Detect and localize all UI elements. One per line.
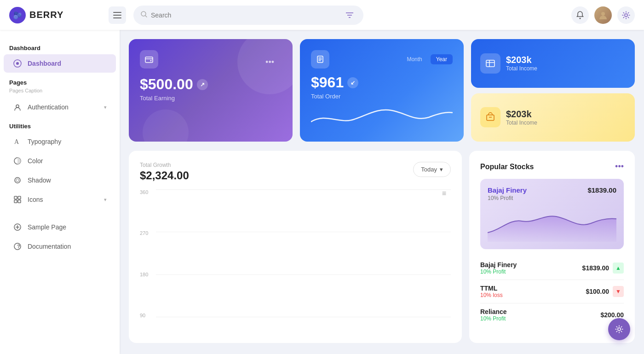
card-total-order: Month Year $961 ↙ Total Order [300,39,464,142]
earning-label: Total Earning [140,95,282,102]
sidebar-item-dashboard-label: Dashboard [28,60,61,67]
typography-icon: A [13,137,22,146]
stocks-title: Popular Stocks [480,163,534,171]
svg-point-14 [16,62,19,65]
month-tab[interactable]: Month [401,54,427,64]
shopping-icon [316,55,325,64]
color-label: Color [28,157,43,165]
stock-list: Bajaj Finery 10% Profit $1839.00 ▲ TTML … [480,257,624,326]
income2-amount: $203k [506,109,537,120]
order-header: Month Year [311,50,453,69]
wallet-icon [144,55,154,64]
growth-title: Total Growth [140,162,189,168]
chart-y-labels: 360 270 180 90 [140,189,156,318]
income2-label: Total Income [506,120,537,126]
svg-rect-35 [487,115,494,120]
header-right [571,6,635,24]
sidebar-item-documentation[interactable]: ? Documentation [4,237,116,256]
income1-amount: $203k [506,55,537,65]
income-yellow-text: $203k Total Income [506,109,537,126]
stock-item-bajaj: Bajaj Finery 10% Profit $1839.00 ▲ [480,257,624,280]
hamburger-button[interactable] [109,6,126,24]
income-blue-icon [480,53,500,74]
avatar[interactable] [594,6,612,24]
search-bar [133,6,363,25]
order-trend-icon: ↙ [347,77,358,88]
svg-line-6 [145,16,147,17]
shadow-icon [13,176,22,185]
stocks-more-icon[interactable]: ••• [615,162,624,171]
growth-chart-card: Total Growth $2,324.00 Today ▾ 360 270 1… [129,151,462,343]
stock-name-ttml: TTML [480,285,503,292]
filter-icon[interactable] [343,9,356,22]
authentication-label: Authentication [28,103,69,111]
stock-price-bajaj: $1839.00 [582,264,609,272]
icons-label: Icons [28,196,43,203]
documentation-label: Documentation [28,243,71,250]
icons-chevron: ▾ [104,197,107,203]
sidebar-item-shadow[interactable]: Shadow [4,171,116,189]
sidebar-item-dashboard[interactable]: Dashboard [4,54,116,73]
sidebar-section-pages: Pages [0,74,120,88]
sample-page-label: Sample Page [28,223,66,231]
stocks-card: Popular Stocks ••• Bajaj Finery 10% Prof… [469,151,635,343]
sidebar-item-authentication[interactable]: Authentication ▾ [4,98,116,116]
stocks-header: Popular Stocks ••• [480,162,624,171]
notification-button[interactable] [571,6,589,24]
svg-rect-3 [113,15,121,16]
svg-rect-20 [14,196,17,199]
order-label: Total Order [311,93,453,100]
card-right-col: $203k Total Income $203k Total Income [471,39,635,142]
card-income-yellow: $203k Total Income [471,93,635,142]
order-icon-box [311,50,329,69]
sidebar-item-icons[interactable]: Icons ▾ [4,190,116,209]
authentication-chevron: ▾ [104,104,107,110]
sidebar-item-color[interactable]: Color [4,152,116,170]
sidebar-item-sample-page[interactable]: Sample Page [4,218,116,236]
year-tab[interactable]: Year [431,54,453,64]
typography-label: Typography [28,138,61,145]
fab-button[interactable] [608,318,630,340]
chevron-down-icon: ▾ [440,166,443,173]
growth-text: Total Growth $2,324.00 [140,162,189,182]
svg-point-18 [15,177,20,183]
today-button[interactable]: Today ▾ [413,162,451,177]
search-icon [141,11,147,19]
bg-shape-2 [143,109,189,142]
card-earning-more[interactable]: ••• [265,57,274,67]
svg-rect-32 [486,60,494,67]
logo-text: BERRY [29,10,63,20]
fab-settings-icon [615,325,624,334]
svg-rect-22 [14,200,17,203]
table-icon [485,58,495,69]
stock-profit-bajaj: 10% Profit [480,268,517,275]
sidebar-section-utilities: Utilities [0,117,120,131]
dashboard-icon [13,59,22,68]
shadow-label: Shadow [28,177,51,184]
svg-rect-21 [18,196,21,199]
growth-header: Total Growth $2,324.00 Today ▾ [140,162,451,182]
svg-rect-4 [113,17,121,18]
order-amount: $961 ↙ [311,74,453,91]
growth-bar-chart: 360 270 180 90 ≡ [140,189,451,332]
trend-down-icon-ttml: ▼ [613,286,624,297]
stock-profit-reliance: 10% Profit [480,315,507,322]
stock-price-ttml: $100.00 [586,288,609,295]
card-income-blue: $203k Total Income [471,39,635,88]
order-wave-chart [311,103,453,131]
sidebar-item-typography[interactable]: A Typography [4,132,116,151]
svg-point-15 [16,105,19,108]
authentication-icon [13,103,22,112]
main-content: ••• $500.00 ↗ Total Earning Month Year [120,30,644,354]
featured-stock-price: $1839.00 [587,186,616,194]
stock-item-ttml: TTML 10% loss $100.00 ▼ [480,280,624,303]
stock-profit-ttml: 10% loss [480,292,503,298]
cash-register-icon [485,112,495,122]
top-cards: ••• $500.00 ↗ Total Earning Month Year [129,39,635,142]
svg-text:🫐: 🫐 [13,11,22,20]
search-input[interactable] [151,11,339,19]
featured-stock-profit: 10% Profit [488,195,527,201]
header-settings-button[interactable] [617,6,635,24]
body-layout: Dashboard Dashboard Pages Pages Caption … [0,30,644,354]
bottom-row: Total Growth $2,324.00 Today ▾ 360 270 1… [129,151,635,343]
